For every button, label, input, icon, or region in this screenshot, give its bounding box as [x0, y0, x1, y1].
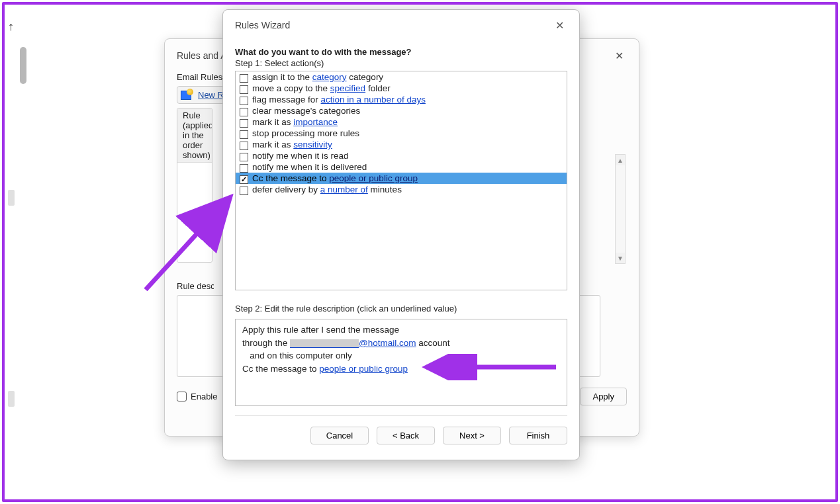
- action-row[interactable]: mark it as importance: [236, 116, 567, 128]
- desc-line-4: Cc the message to people or public group: [242, 362, 560, 376]
- action-row[interactable]: defer delivery by a number of minutes: [236, 184, 567, 195]
- left-gutter: ↑: [8, 20, 28, 496]
- desc-line-3: and on this computer only: [242, 349, 560, 362]
- action-link[interactable]: sensitivity: [293, 140, 332, 149]
- action-text: Cc the message to people or public group: [252, 173, 418, 183]
- action-checkbox[interactable]: [240, 164, 248, 173]
- wizard-button-row: Cancel < Back Next > Finish: [235, 415, 567, 444]
- enable-rss-checkbox[interactable]: [177, 392, 187, 401]
- action-text: mark it as importance: [252, 117, 338, 127]
- scroll-up-icon[interactable]: ▲: [616, 155, 625, 165]
- scrollbar-thumb[interactable]: [20, 47, 26, 84]
- action-checkbox[interactable]: [240, 97, 248, 105]
- step2-label: Step 2: Edit the rule description (click…: [235, 304, 567, 314]
- action-text: move a copy to the specified folder: [252, 83, 391, 93]
- action-link[interactable]: specified: [330, 83, 365, 93]
- action-text: notify me when it is delivered: [252, 162, 367, 172]
- action-row[interactable]: mark it as sensitivity: [236, 139, 567, 150]
- next-button[interactable]: Next >: [443, 427, 501, 444]
- rule-description-label: Rule description (click an underlined va…: [177, 281, 214, 291]
- action-text: clear message's categories: [252, 106, 360, 116]
- people-or-group-link[interactable]: people or public group: [319, 364, 408, 374]
- finish-button[interactable]: Finish: [509, 427, 567, 444]
- rules-grid-body[interactable]: [177, 163, 212, 262]
- action-checkbox[interactable]: [240, 108, 248, 116]
- desc-line-1: Apply this rule after I send the message: [242, 323, 560, 337]
- action-row[interactable]: assign it to the category category: [236, 71, 567, 83]
- action-text: stop processing more rules: [252, 128, 359, 138]
- close-icon[interactable]: ✕: [551, 17, 567, 33]
- rule-description-editor[interactable]: Apply this rule after I send the message…: [235, 319, 567, 406]
- wizard-question: What do you want to do with the message?: [235, 47, 567, 57]
- action-text: flag message for action in a number of d…: [252, 95, 426, 105]
- action-checkbox[interactable]: [240, 175, 248, 184]
- cancel-button[interactable]: Cancel: [310, 427, 369, 444]
- action-row[interactable]: move a copy to the specified folder: [236, 83, 567, 94]
- desc-text: Cc the message to: [242, 364, 319, 374]
- actions-listbox[interactable]: assign it to the category categorymove a…: [235, 71, 567, 290]
- action-row[interactable]: stop processing more rules: [236, 128, 567, 139]
- action-row[interactable]: notify me when it is read: [236, 150, 567, 161]
- grid-header-text: Rule (applied in the order shown): [183, 110, 212, 160]
- action-row[interactable]: Cc the message to people or public group: [236, 173, 567, 184]
- rules-grid-header: Rule (applied in the order shown): [177, 108, 212, 163]
- action-row[interactable]: flag message for action in a number of d…: [236, 94, 567, 105]
- action-text: defer delivery by a number of minutes: [252, 185, 402, 194]
- action-link[interactable]: importance: [293, 117, 338, 127]
- action-row[interactable]: clear message's categories: [236, 105, 567, 116]
- action-link[interactable]: people or public group: [329, 173, 418, 183]
- dialog-title: Rules Wizard: [235, 20, 290, 30]
- action-checkbox[interactable]: [240, 119, 248, 128]
- action-checkbox[interactable]: [240, 130, 248, 139]
- nav-up-arrow-icon[interactable]: ↑: [8, 20, 28, 34]
- back-button[interactable]: < Back: [377, 427, 435, 444]
- action-checkbox[interactable]: [240, 187, 248, 195]
- redacted-account: [290, 339, 359, 348]
- account-link[interactable]: @hotmail.com: [359, 338, 416, 348]
- side-marker: [8, 391, 15, 407]
- action-checkbox[interactable]: [240, 74, 248, 83]
- step1-label: Step 1: Select action(s): [235, 58, 567, 68]
- action-text: assign it to the category category: [252, 72, 383, 82]
- scroll-track[interactable]: [616, 165, 625, 253]
- desc-text: through the: [242, 338, 290, 348]
- action-row[interactable]: notify me when it is delivered: [236, 161, 567, 173]
- action-checkbox[interactable]: [240, 142, 248, 150]
- action-text: notify me when it is read: [252, 151, 349, 161]
- action-text: mark it as sensitivity: [252, 140, 332, 149]
- rules-grid-scrollbar[interactable]: ▲ ▼: [615, 154, 626, 264]
- new-rule-icon: [181, 91, 191, 100]
- scroll-down-icon[interactable]: ▼: [616, 253, 625, 263]
- action-checkbox[interactable]: [240, 153, 248, 161]
- close-icon[interactable]: ✕: [611, 48, 627, 63]
- desc-line-2: through the @hotmail.com account: [242, 337, 560, 350]
- apply-button[interactable]: Apply: [580, 388, 627, 405]
- action-link[interactable]: action in a number of days: [321, 95, 426, 105]
- action-link[interactable]: category: [312, 72, 347, 82]
- side-marker: [8, 190, 15, 206]
- enable-rss-label: Enable rules on all messages downloaded …: [191, 392, 217, 401]
- rules-wizard-dialog: Rules Wizard ✕ What do you want to do wi…: [222, 9, 580, 460]
- action-link[interactable]: a number of: [320, 185, 368, 194]
- desc-text: account: [416, 338, 450, 348]
- action-checkbox[interactable]: [240, 85, 248, 94]
